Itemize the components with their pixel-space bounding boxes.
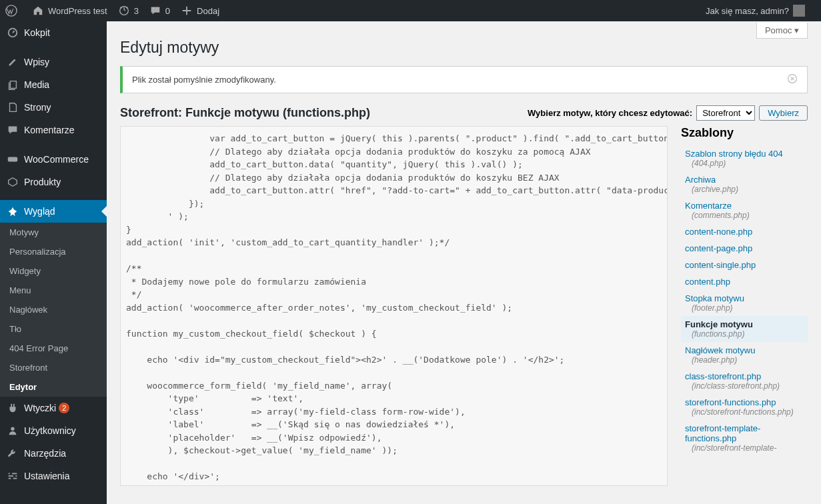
file-item[interactable]: content-page.php: [681, 240, 808, 257]
svg-rect-2: [8, 157, 17, 161]
svg-point-7: [10, 473, 13, 475]
file-list: Szablon strony błędu 404(404.php)Archiwa…: [681, 145, 808, 456]
menu-products[interactable]: Produkty: [0, 171, 107, 193]
submenu-background[interactable]: Tło: [0, 319, 107, 339]
menu-tools[interactable]: Narzędzia: [0, 442, 107, 465]
file-item[interactable]: content-single.php: [681, 257, 808, 273]
svg-point-8: [13, 475, 16, 477]
theme-select-label: Wybierz motyw, który chcesz edytować:: [528, 108, 692, 118]
theme-select[interactable]: Storefront: [696, 105, 755, 121]
menu-appearance[interactable]: Wygląd: [0, 200, 107, 223]
menu-plugins[interactable]: Wtyczki2: [0, 397, 107, 419]
menu-comments[interactable]: Komentarze: [0, 119, 107, 141]
editor-heading: Storefront: Funkcje motywu (functions.ph…: [120, 106, 370, 120]
file-item[interactable]: content-none.php: [681, 223, 808, 240]
menu-woocommerce[interactable]: WooCommerce: [0, 148, 107, 171]
file-item[interactable]: storefront-functions.php(inc/storefront-…: [681, 394, 808, 420]
plugins-badge: 2: [59, 403, 69, 413]
submenu-404[interactable]: 404 Error Page: [0, 339, 107, 358]
submenu-editor[interactable]: Edytor: [0, 377, 107, 397]
avatar: [793, 5, 805, 17]
submenu-customize[interactable]: Personalizacja: [0, 242, 107, 261]
menu-dashboard[interactable]: Kokpit: [0, 21, 107, 44]
file-item[interactable]: Szablon strony błędu 404(404.php): [681, 145, 808, 171]
menu-posts[interactable]: Wpisy: [0, 51, 107, 73]
submenu-storefront[interactable]: Storefront: [0, 358, 107, 377]
site-title: WordPress test: [48, 6, 107, 16]
templates-heading: Szablony: [681, 126, 808, 140]
close-icon[interactable]: [787, 73, 798, 86]
file-item[interactable]: content.php: [681, 273, 808, 290]
menu-pages[interactable]: Strony: [0, 96, 107, 119]
site-home[interactable]: WordPress test: [32, 5, 107, 17]
success-notice: Plik został pomyślnie zmodyfikowany.: [120, 66, 808, 93]
submenu-header[interactable]: Nagłówek: [0, 300, 107, 319]
help-tab[interactable]: Pomoc ▾: [756, 23, 808, 39]
select-button[interactable]: Wybierz: [759, 105, 808, 121]
file-item[interactable]: Nagłówek motywu(header.php): [681, 342, 808, 368]
comments-link[interactable]: 0: [149, 5, 170, 17]
file-item[interactable]: class-storefront.php(inc/class-storefron…: [681, 368, 808, 394]
submenu-menus[interactable]: Menu: [0, 281, 107, 300]
wp-logo[interactable]: [5, 5, 21, 17]
file-item[interactable]: Stopka motywu(footer.php): [681, 290, 808, 316]
page-title: Edytuj motywy: [120, 39, 808, 57]
menu-users[interactable]: Użytkownicy: [0, 419, 107, 442]
menu-settings[interactable]: Ustawienia: [0, 465, 107, 487]
file-item[interactable]: storefront-template-functions.php(inc/st…: [681, 420, 808, 456]
file-item[interactable]: Archiwa(archive.php): [681, 171, 808, 197]
submenu-themes[interactable]: Motywy: [0, 223, 107, 242]
howdy-account[interactable]: Jak się masz, admin?: [706, 5, 805, 17]
svg-point-9: [11, 477, 13, 480]
updates-link[interactable]: 3: [118, 5, 139, 17]
admin-toolbar: WordPress test 3 0 Dodaj Jak się masz, a…: [0, 0, 821, 21]
add-new[interactable]: Dodaj: [181, 5, 219, 17]
menu-media[interactable]: Media: [0, 73, 107, 96]
code-textarea[interactable]: [120, 126, 668, 486]
file-item[interactable]: Komentarze(comments.php): [681, 197, 808, 223]
submenu-appearance: Motywy Personalizacja Widgety Menu Nagłó…: [0, 223, 107, 397]
admin-sidebar: Kokpit Wpisy Media Strony Komentarze Woo…: [0, 21, 107, 504]
file-item[interactable]: Funkcje motywu(functions.php): [681, 316, 808, 342]
submenu-widgets[interactable]: Widgety: [0, 261, 107, 281]
notice-text: Plik został pomyślnie zmodyfikowany.: [132, 75, 276, 85]
svg-point-3: [11, 427, 14, 431]
